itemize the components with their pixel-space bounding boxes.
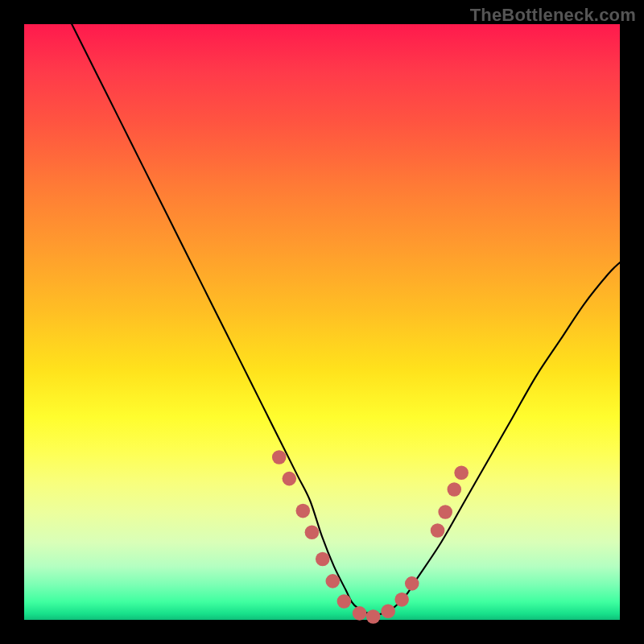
data-marker [405, 576, 419, 591]
data-marker [283, 472, 297, 486]
data-marker [326, 574, 341, 588]
data-marker [454, 465, 469, 480]
data-marker [296, 504, 311, 518]
data-marker [366, 609, 381, 624]
chart-frame: TheBottleneck.com [0, 0, 644, 644]
data-marker [337, 594, 352, 609]
data-marker [447, 482, 461, 497]
data-marker [438, 505, 452, 519]
data-marker [394, 592, 409, 607]
data-marker [305, 525, 320, 539]
data-marker [316, 552, 330, 567]
data-marker [353, 606, 367, 621]
chart-svg [24, 24, 620, 620]
data-marker [272, 450, 287, 464]
data-marker [431, 523, 445, 538]
bottleneck-curve [72, 24, 620, 615]
watermark-text: TheBottleneck.com [470, 5, 636, 26]
data-marker [381, 604, 395, 618]
data-markers [272, 450, 469, 624]
plot-area [24, 24, 620, 620]
